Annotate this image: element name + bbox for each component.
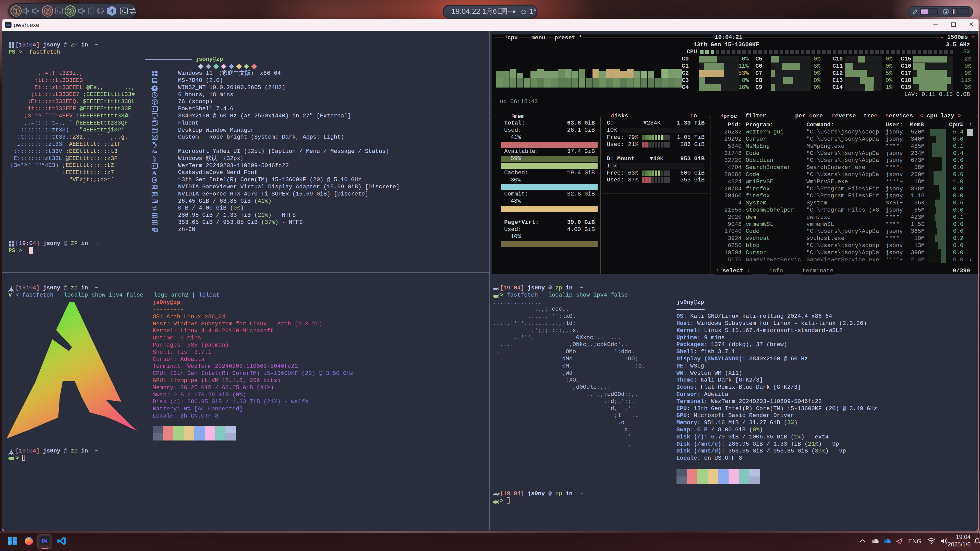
svg-text:$W: $W	[6, 23, 10, 27]
svg-text:$W: $W	[41, 538, 47, 544]
svg-text:A: A	[155, 150, 158, 154]
svg-text:A: A	[153, 228, 154, 231]
svg-text:文: 文	[155, 229, 158, 232]
svg-text:A: A	[152, 170, 157, 176]
svg-text:4: 4	[110, 8, 114, 14]
